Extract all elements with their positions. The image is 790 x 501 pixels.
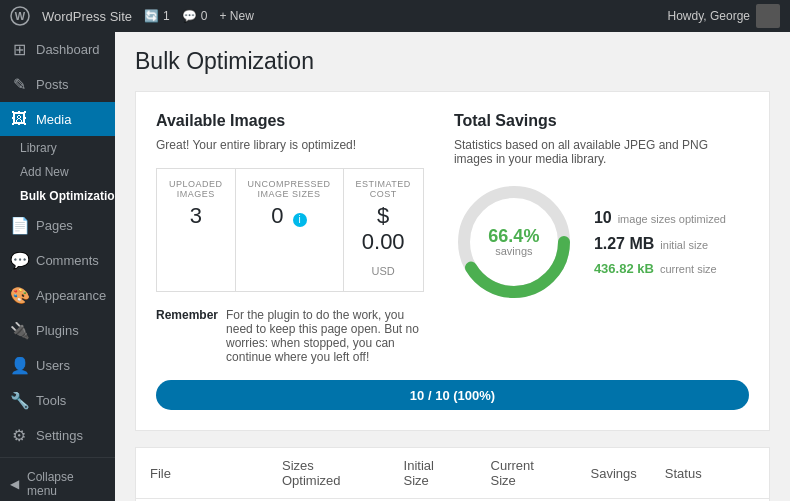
stat-value-cost: $ 0.00 USD — [356, 203, 411, 281]
stat-value-uploaded: 3 — [169, 203, 223, 229]
sidebar-label-comments: Comments — [36, 253, 99, 268]
total-savings-title: Total Savings — [454, 112, 749, 130]
page-title: Bulk Optimization — [135, 48, 770, 75]
appearance-icon: 🎨 — [10, 286, 28, 305]
donut-label: 66.4% savings — [488, 227, 539, 257]
col-header-savings: Savings — [577, 448, 651, 499]
sidebar-item-posts[interactable]: ✎ Posts — [0, 67, 115, 102]
collapse-label: Collapse menu — [27, 470, 105, 498]
sidebar-item-plugins[interactable]: 🔌 Plugins — [0, 313, 115, 348]
sidebar-label-appearance: Appearance — [36, 288, 106, 303]
remember-label: Remember — [156, 308, 218, 364]
stat-initial-num: 1.27 MB — [594, 235, 654, 253]
sidebar-label-settings: Settings — [36, 428, 83, 443]
wordpress-logo: W — [10, 6, 30, 26]
updates-icon: 🔄 — [144, 9, 159, 23]
remember-box: Remember For the plugin to do the work, … — [156, 308, 424, 364]
available-images-section: Available Images Great! Your entire libr… — [156, 112, 424, 364]
stats-grid: UPLOADED IMAGES 3 UNCOMPRESSED IMAGE SIZ… — [156, 168, 424, 292]
total-savings-desc: Statistics based on all available JPEG a… — [454, 138, 749, 166]
svg-text:W: W — [15, 10, 26, 22]
stat-uploaded-images: UPLOADED IMAGES 3 — [157, 169, 236, 291]
sidebar: ⊞ Dashboard ✎ Posts 🖼 Media Library Add … — [0, 32, 115, 501]
comment-icon: 💬 — [182, 9, 197, 23]
dashboard-icon: ⊞ — [10, 40, 28, 59]
sidebar-item-tools[interactable]: 🔧 Tools — [0, 383, 115, 418]
savings-stats: 10 image sizes optimized 1.27 MB initial… — [594, 209, 726, 276]
files-table: File Sizes Optimized Initial Size Curren… — [136, 448, 769, 501]
col-header-sizes: Sizes Optimized — [268, 448, 390, 499]
savings-area: 66.4% savings 10 image sizes optimized 1… — [454, 182, 749, 302]
sidebar-item-settings[interactable]: ⚙ Settings — [0, 418, 115, 453]
stat-initial-size: 1.27 MB initial size — [594, 235, 726, 253]
new-button[interactable]: + New — [219, 9, 253, 23]
total-savings-section: Total Savings Statistics based on all av… — [454, 112, 749, 364]
sidebar-label-library: Library — [20, 141, 57, 155]
sidebar-item-media[interactable]: 🖼 Media — [0, 102, 115, 136]
sidebar-item-dashboard[interactable]: ⊞ Dashboard — [0, 32, 115, 67]
stat-label-uncompressed: UNCOMPRESSED IMAGE SIZES — [248, 179, 331, 199]
stat-current-label: current size — [660, 263, 717, 275]
progress-bar: 10 / 10 (100%) — [156, 380, 749, 410]
site-name[interactable]: WordPress Site — [42, 9, 132, 24]
updates-item[interactable]: 🔄 1 — [144, 9, 170, 23]
collapse-menu[interactable]: ◀ Collapse menu — [0, 462, 115, 501]
top-bar-left: W WordPress Site 🔄 1 💬 0 + New — [10, 6, 254, 26]
stat-image-sizes-label: image sizes optimized — [618, 213, 726, 225]
stat-initial-label: initial size — [660, 239, 708, 251]
sidebar-label-dashboard: Dashboard — [36, 42, 100, 57]
col-header-initial: Initial Size — [390, 448, 477, 499]
stat-label-cost: ESTIMATEDCOST — [356, 179, 411, 199]
table-header-row: File Sizes Optimized Initial Size Curren… — [136, 448, 769, 499]
tools-icon: 🔧 — [10, 391, 28, 410]
remember-text: For the plugin to do the work, you need … — [226, 308, 424, 364]
sidebar-label-add-new: Add New — [20, 165, 69, 179]
stat-image-sizes-num: 10 — [594, 209, 612, 227]
plugins-icon: 🔌 — [10, 321, 28, 340]
info-icon[interactable]: i — [293, 213, 307, 227]
col-header-current: Current Size — [477, 448, 577, 499]
col-header-file: File — [136, 448, 268, 499]
sidebar-item-add-new[interactable]: Add New — [0, 160, 115, 184]
comments-item[interactable]: 💬 0 — [182, 9, 208, 23]
stat-image-sizes: 10 image sizes optimized — [594, 209, 726, 227]
sidebar-label-plugins: Plugins — [36, 323, 79, 338]
sidebar-menu: ⊞ Dashboard ✎ Posts 🖼 Media Library Add … — [0, 32, 115, 453]
sidebar-item-bulk-optimization[interactable]: Bulk Optimization — [0, 184, 115, 208]
sidebar-item-appearance[interactable]: 🎨 Appearance — [0, 278, 115, 313]
media-icon: 🖼 — [10, 110, 28, 128]
donut-chart: 66.4% savings — [454, 182, 574, 302]
sidebar-item-pages[interactable]: 📄 Pages — [0, 208, 115, 243]
bulk-optimization-card: Available Images Great! Your entire libr… — [135, 91, 770, 431]
top-bar-right: Howdy, George — [668, 4, 780, 28]
sidebar-label-media: Media — [36, 112, 71, 127]
users-icon: 👤 — [10, 356, 28, 375]
col-header-status: Status — [651, 448, 769, 499]
sidebar-item-library[interactable]: Library — [0, 136, 115, 160]
stat-uncompressed: UNCOMPRESSED IMAGE SIZES 0 i — [236, 169, 344, 291]
sidebar-item-users[interactable]: 👤 Users — [0, 348, 115, 383]
available-images-title: Available Images — [156, 112, 424, 130]
stat-estimated-cost: ESTIMATEDCOST $ 0.00 USD — [344, 169, 423, 291]
progress-bar-text: 10 / 10 (100%) — [410, 388, 495, 403]
stat-value-uncompressed: 0 i — [248, 203, 331, 229]
stat-current-num: 436.82 kB — [594, 261, 654, 276]
files-table-card: File Sizes Optimized Initial Size Curren… — [135, 447, 770, 501]
stat-label-uploaded: UPLOADED IMAGES — [169, 179, 223, 199]
sidebar-label-tools: Tools — [36, 393, 66, 408]
two-col-layout: Available Images Great! Your entire libr… — [156, 112, 749, 364]
sidebar-label-users: Users — [36, 358, 70, 373]
main-content: Bulk Optimization Available Images Great… — [115, 32, 790, 501]
user-avatar — [756, 4, 780, 28]
donut-text: savings — [488, 245, 539, 257]
sidebar-label-pages: Pages — [36, 218, 73, 233]
comments-icon: 💬 — [10, 251, 28, 270]
donut-percent: 66.4% — [488, 227, 539, 245]
collapse-icon: ◀ — [10, 477, 19, 491]
sidebar-label-bulk-optimization: Bulk Optimization — [20, 189, 115, 203]
posts-icon: ✎ — [10, 75, 28, 94]
stat-current-size: 436.82 kB current size — [594, 261, 726, 276]
sidebar-item-comments[interactable]: 💬 Comments — [0, 243, 115, 278]
sidebar-label-posts: Posts — [36, 77, 69, 92]
top-bar: W WordPress Site 🔄 1 💬 0 + New Howdy, Ge… — [0, 0, 790, 32]
